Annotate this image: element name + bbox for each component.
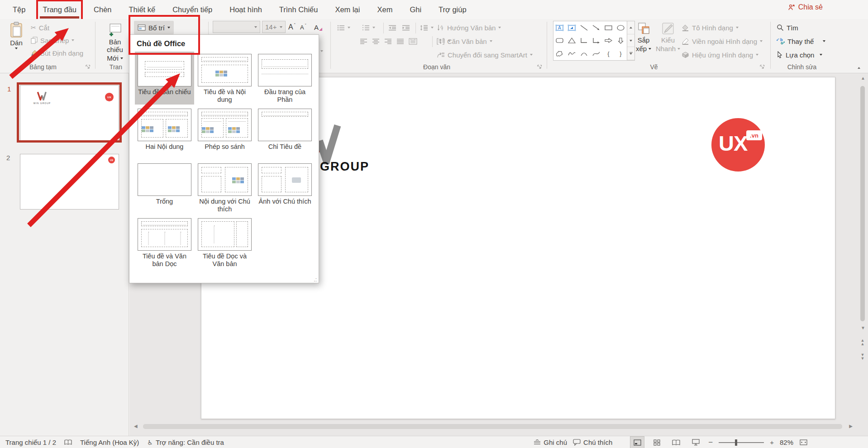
tab-view[interactable]: Xem: [376, 4, 393, 16]
freeform-shape-icon[interactable]: [555, 50, 564, 57]
dropdown-resize-grip[interactable]: .:: [314, 276, 317, 283]
layout-option-title-only[interactable]: Chỉ Tiêu đề: [255, 106, 315, 159]
next-slide-button[interactable]: ▼▼: [860, 353, 865, 360]
tab-home[interactable]: Trang đầu: [42, 4, 77, 16]
paragraph-dialog-launcher-icon[interactable]: [537, 64, 542, 70]
numbering-button[interactable]: [362, 22, 375, 33]
decrease-font-size-button[interactable]: Aˇ: [300, 21, 306, 33]
decrease-indent-button[interactable]: [388, 22, 396, 33]
format-painter-button[interactable]: Bút Định dạng: [31, 47, 83, 59]
zoom-in-button[interactable]: +: [770, 438, 774, 446]
down-arrow-shape-icon[interactable]: [616, 37, 625, 44]
cut-button[interactable]: ✂ Cắt: [31, 22, 49, 33]
slide-1-thumbnail[interactable]: WIN GROUP UX: [20, 85, 119, 141]
line-spacing-button[interactable]: [420, 22, 434, 33]
reading-view-button[interactable]: [669, 437, 683, 448]
shapes-gallery[interactable]: A { }: [553, 21, 627, 61]
clear-formatting-button[interactable]: A◢: [314, 21, 322, 33]
tab-animations[interactable]: Hoạt hình: [229, 4, 263, 16]
font-name-combo[interactable]: [213, 21, 260, 33]
scroll-up-icon[interactable]: ▲: [861, 76, 865, 81]
zoom-slider-handle[interactable]: [735, 439, 737, 446]
line-shape-icon[interactable]: [580, 24, 588, 31]
font-more-chevron[interactable]: [320, 45, 323, 57]
slide-indicator[interactable]: Trang chiếu 1 / 2: [5, 438, 56, 446]
increase-indent-button[interactable]: [402, 22, 410, 33]
tab-file[interactable]: Tệp: [12, 4, 26, 16]
language-indicator[interactable]: Tiếng Anh (Hoa Kỳ): [80, 438, 139, 446]
arrow-shape-icon[interactable]: [592, 24, 601, 31]
tab-insert[interactable]: Chèn: [93, 4, 112, 16]
slide-sorter-view-button[interactable]: [650, 437, 663, 448]
notes-button[interactable]: Ghi chú: [534, 438, 567, 446]
triangle-shape-icon[interactable]: [568, 37, 576, 44]
arc-shape-icon[interactable]: [580, 50, 588, 57]
previous-slide-button[interactable]: ▲▲: [860, 338, 865, 346]
vertical-textbox-icon[interactable]: [568, 24, 576, 31]
elbow-connector-icon[interactable]: [580, 37, 588, 44]
layout-option-picture-with-caption[interactable]: Ảnh với Chú thích: [255, 161, 315, 214]
shape-effects-button[interactable]: Hiệu ứng Hình dạng: [682, 49, 758, 61]
text-direction-button[interactable]: A Hướng Văn bản: [437, 22, 501, 33]
align-right-icon[interactable]: [384, 38, 392, 44]
fit-to-window-icon[interactable]: [799, 439, 808, 446]
replace-button[interactable]: b c Thay thế: [777, 35, 825, 47]
scroll-right-icon[interactable]: ▶: [849, 424, 853, 429]
layout-option-section-header[interactable]: Đầu trang của Phần: [255, 52, 315, 105]
layout-option-title-and-content[interactable]: Tiêu đề và Nội dung: [195, 52, 254, 105]
copy-button[interactable]: Sao chép: [31, 34, 74, 46]
spellcheck-icon[interactable]: [64, 439, 72, 446]
layout-option-two-content[interactable]: Hai Nội dung: [135, 106, 194, 159]
zoom-slider[interactable]: [719, 442, 764, 443]
layout-option-content-with-caption[interactable]: Nội dung với Chú thích: [195, 161, 254, 214]
find-button[interactable]: Tìm: [777, 22, 798, 33]
select-button[interactable]: Lựa chọn: [777, 49, 822, 61]
ellipse-shape-icon[interactable]: [616, 24, 625, 31]
curve-shape-icon[interactable]: [592, 50, 601, 57]
collapse-ribbon-button[interactable]: [854, 64, 863, 71]
shape-outline-button[interactable]: Viền ngoài Hình dạng: [682, 35, 763, 47]
tab-slideshow[interactable]: Trình Chiếu: [278, 4, 319, 16]
layout-button[interactable]: Bố trí: [134, 21, 174, 34]
align-center-icon[interactable]: [372, 38, 380, 44]
right-arrow-shape-icon[interactable]: [604, 37, 613, 44]
align-text-button[interactable]: Căn Văn bản: [437, 35, 492, 47]
shape-fill-button[interactable]: Tô Hình dạng: [682, 22, 739, 33]
font-size-combo[interactable]: 14+: [262, 21, 286, 33]
horizontal-scrollbar[interactable]: ◀ ▶: [131, 423, 855, 430]
convert-smartart-button[interactable]: Chuyển đổi sang SmartArt: [437, 49, 533, 61]
tab-record[interactable]: Ghi: [409, 4, 422, 16]
layout-option-blank[interactable]: Trống: [135, 161, 194, 214]
tab-design[interactable]: Thiết kế: [128, 4, 157, 16]
tab-help[interactable]: Trợ giúp: [438, 4, 467, 16]
distribute-icon[interactable]: [409, 38, 417, 45]
elbow-arrow-connector-icon[interactable]: [592, 37, 601, 44]
slide-2-thumbnail[interactable]: UX: [20, 154, 119, 210]
rectangle-shape-icon[interactable]: [604, 24, 613, 31]
justify-icon[interactable]: [396, 38, 404, 44]
increase-font-size-button[interactable]: Aˆ: [288, 21, 296, 33]
scroll-left-icon[interactable]: ◀: [134, 424, 138, 429]
normal-view-button[interactable]: [630, 437, 644, 448]
zoom-out-button[interactable]: −: [708, 438, 713, 447]
layout-option-vertical-title-and-text[interactable]: Tiêu đề Dọc và Văn bản: [195, 216, 254, 269]
textbox-icon[interactable]: A: [555, 24, 564, 31]
horizontal-scrollbar-thumb[interactable]: [143, 424, 842, 429]
layout-option-comparison[interactable]: Phép so sánh: [195, 106, 254, 159]
right-brace-shape-icon[interactable]: }: [620, 50, 621, 57]
vertical-scrollbar[interactable]: ▲ ▼ ▲▲ ▼▼: [859, 76, 866, 420]
layout-option-title-and-vertical-text[interactable]: Tiêu đề và Văn bản Dọc: [135, 216, 194, 269]
zoom-level[interactable]: 82%: [780, 438, 793, 446]
left-brace-shape-icon[interactable]: {: [607, 50, 609, 57]
layout-option-title-slide[interactable]: Tiêu đề Bản chiếu: [135, 52, 194, 105]
drawing-dialog-launcher-icon[interactable]: [759, 64, 765, 70]
rounded-rectangle-shape-icon[interactable]: [555, 37, 564, 44]
scribble-shape-icon[interactable]: [568, 50, 576, 57]
tab-review[interactable]: Xem lại: [334, 4, 361, 16]
comments-button[interactable]: Chú thích: [573, 438, 612, 446]
scroll-down-icon[interactable]: ▼: [861, 326, 865, 330]
tab-transitions[interactable]: Chuyển tiếp: [172, 4, 213, 16]
share-button[interactable]: Chia sẻ: [788, 3, 823, 11]
accessibility-checker[interactable]: ♿ Trợ năng: Cần điều tra: [147, 438, 224, 446]
align-left-icon[interactable]: [360, 38, 367, 44]
